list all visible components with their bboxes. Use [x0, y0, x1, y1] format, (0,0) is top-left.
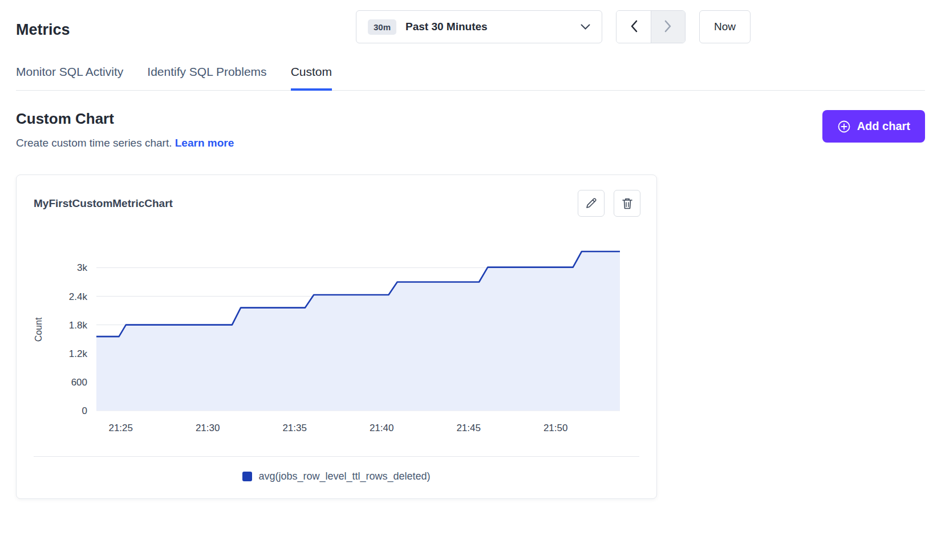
pencil-icon	[585, 197, 597, 209]
custom-chart-section-header: Custom Chart Create custom time series c…	[16, 110, 925, 149]
chart-legend: avg(jobs_row_level_ttl_rows_deleted)	[17, 457, 656, 498]
svg-text:21:40: 21:40	[370, 423, 394, 433]
svg-text:0: 0	[82, 405, 87, 416]
legend-label: avg(jobs_row_level_ttl_rows_deleted)	[258, 470, 430, 482]
time-range-selector[interactable]: 30m Past 30 Minutes	[356, 10, 602, 43]
svg-text:21:25: 21:25	[108, 423, 133, 433]
section-description: Create custom time series chart. Learn m…	[16, 137, 234, 149]
chevron-right-icon	[664, 20, 672, 34]
time-range-label: Past 30 Minutes	[405, 21, 488, 33]
add-chart-label: Add chart	[857, 120, 910, 133]
svg-text:2.4k: 2.4k	[69, 291, 88, 302]
page-header: Metrics 30m Past 30 Minutes	[16, 10, 925, 43]
tab-bar: Monitor SQL Activity Identify SQL Proble…	[16, 60, 925, 91]
time-series-chart: 06001.2k1.8k2.4k3k21:2521:3021:3521:4021…	[27, 240, 646, 440]
chart-card-header: MyFirstCustomMetricChart	[17, 175, 656, 217]
time-back-button[interactable]	[616, 11, 651, 43]
page-title: Metrics	[16, 21, 70, 39]
svg-text:1.2k: 1.2k	[69, 348, 88, 359]
time-controls: 30m Past 30 Minutes Now	[356, 10, 751, 43]
svg-text:21:35: 21:35	[282, 423, 307, 433]
edit-chart-button[interactable]	[578, 190, 605, 217]
time-forward-button[interactable]	[651, 11, 685, 43]
section-description-text: Create custom time series chart.	[16, 137, 172, 149]
svg-text:1.8k: 1.8k	[69, 320, 88, 331]
tab-monitor-sql-activity[interactable]: Monitor SQL Activity	[16, 60, 123, 91]
svg-text:21:30: 21:30	[196, 423, 220, 433]
svg-text:3k: 3k	[77, 262, 87, 273]
trash-icon	[622, 197, 633, 210]
time-step-buttons	[616, 10, 686, 43]
svg-text:600: 600	[71, 377, 87, 388]
learn-more-link[interactable]: Learn more	[175, 137, 234, 149]
tab-identify-sql-problems[interactable]: Identify SQL Problems	[147, 60, 266, 91]
svg-text:Count: Count	[34, 317, 43, 342]
legend-swatch	[242, 472, 252, 481]
now-button[interactable]: Now	[699, 10, 751, 43]
chart-card-actions	[578, 190, 640, 217]
delete-chart-button[interactable]	[614, 190, 640, 217]
chart-title: MyFirstCustomMetricChart	[34, 197, 173, 210]
circle-plus-icon	[837, 120, 851, 133]
svg-text:21:50: 21:50	[543, 423, 568, 433]
time-range-badge: 30m	[368, 19, 396, 35]
chart-card: MyFirstCustomMetricChart 06001.2k1.8k2.4…	[16, 175, 657, 499]
tab-custom[interactable]: Custom	[291, 60, 332, 91]
metrics-page: Metrics 30m Past 30 Minutes	[0, 0, 941, 522]
chart-plot: 06001.2k1.8k2.4k3k21:2521:3021:3521:4021…	[17, 217, 656, 443]
chevron-left-icon	[630, 20, 638, 34]
section-text: Custom Chart Create custom time series c…	[16, 110, 234, 149]
chevron-down-icon	[581, 24, 590, 30]
svg-text:21:45: 21:45	[456, 423, 481, 433]
section-title: Custom Chart	[16, 110, 234, 128]
add-chart-button[interactable]: Add chart	[822, 110, 925, 143]
